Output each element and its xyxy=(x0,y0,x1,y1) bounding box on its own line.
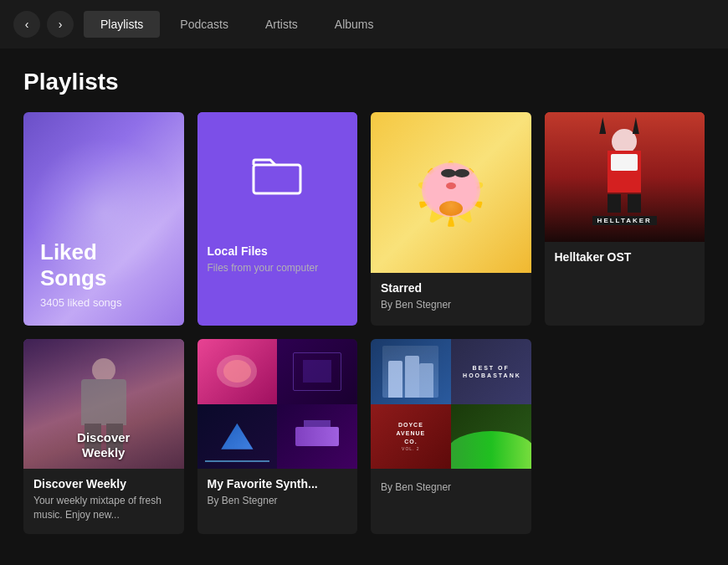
starred-subtitle: By Ben Stegner xyxy=(381,298,521,312)
liked-songs-title: Liked Songs xyxy=(40,239,167,291)
discover-weekly-title: Discover Weekly xyxy=(33,477,174,491)
discover-weekly-card[interactable]: DiscoverWeekly Discover Weekly Your week… xyxy=(23,339,184,534)
helltaker-cover: HELLTAKER xyxy=(545,112,705,242)
benstegner-info: By Ben Stegner xyxy=(371,469,531,506)
helltaker-info: Helltaker OST xyxy=(545,242,705,279)
local-files-card[interactable]: Local Files Files from your computer xyxy=(197,112,358,326)
helltaker-card[interactable]: HELLTAKER Helltaker OST xyxy=(545,112,705,326)
playlists-grid: Liked Songs 3405 liked songs Local Files… xyxy=(23,112,705,534)
main-content: Playlists Liked Songs 3405 liked songs L… xyxy=(0,49,728,554)
discover-weekly-cover: DiscoverWeekly xyxy=(23,339,184,469)
nav-tabs: Playlists Podcasts Artists Albums xyxy=(84,11,391,38)
starred-card[interactable]: 🌟 Starred By Ben Stegner xyxy=(371,112,531,326)
synth-tile-3 xyxy=(197,404,278,470)
benstegner-card[interactable]: BEST OFHOOBASTANK DOYCEAVENUECO. VOL. 2 xyxy=(371,339,531,534)
discover-weekly-info: Discover Weekly Your weekly mixtape of f… xyxy=(23,469,184,534)
starred-title: Starred xyxy=(381,281,521,295)
discover-weekly-subtitle: Your weekly mixtape of fresh music. Enjo… xyxy=(33,494,174,522)
synth-tile-4 xyxy=(277,404,357,470)
page-title: Playlists xyxy=(23,69,705,95)
benstegner-cover: BEST OFHOOBASTANK DOYCEAVENUECO. VOL. 2 xyxy=(371,339,531,469)
synth-tile-1 xyxy=(197,339,278,404)
benstegner-subtitle: By Ben Stegner xyxy=(381,480,521,495)
synth-info: My Favorite Synth... By Ben Stegner xyxy=(197,469,358,520)
liked-songs-card[interactable]: Liked Songs 3405 liked songs xyxy=(23,112,184,326)
synth-tile-2 xyxy=(277,339,357,404)
synth-cover xyxy=(197,339,358,469)
synth-title: My Favorite Synth... xyxy=(208,477,348,491)
synth-subtitle: By Ben Stegner xyxy=(208,494,348,508)
back-button[interactable]: ‹ xyxy=(13,11,40,38)
bs-tile-4 xyxy=(451,404,531,470)
tab-artists[interactable]: Artists xyxy=(249,11,315,38)
local-files-icon xyxy=(197,112,358,236)
tab-podcasts[interactable]: Podcasts xyxy=(163,11,245,38)
starred-info: Starred By Ben Stegner xyxy=(371,273,531,324)
nav-arrows: ‹ › xyxy=(13,11,74,38)
local-files-info: Local Files Files from your computer xyxy=(197,236,358,287)
forward-button[interactable]: › xyxy=(47,11,74,38)
tab-albums[interactable]: Albums xyxy=(318,11,391,38)
helltaker-title: Helltaker OST xyxy=(555,250,695,264)
my-favorite-synth-card[interactable]: My Favorite Synth... By Ben Stegner xyxy=(197,339,358,534)
local-files-subtitle: Files from your computer xyxy=(208,261,348,275)
local-files-title: Local Files xyxy=(208,244,348,258)
svg-rect-0 xyxy=(254,165,300,193)
bs-tile-3: DOYCEAVENUECO. VOL. 2 xyxy=(371,404,451,470)
bs-tile-2: BEST OFHOOBASTANK xyxy=(451,339,531,404)
starred-image: 🌟 xyxy=(371,112,531,273)
bs-tile-1 xyxy=(371,339,451,404)
folder-icon xyxy=(252,153,302,195)
kirby-artwork: 🌟 xyxy=(371,112,531,273)
nav-bar: ‹ › Playlists Podcasts Artists Albums xyxy=(0,0,728,49)
tab-playlists[interactable]: Playlists xyxy=(84,11,160,38)
liked-songs-count: 3405 liked songs xyxy=(40,296,167,309)
